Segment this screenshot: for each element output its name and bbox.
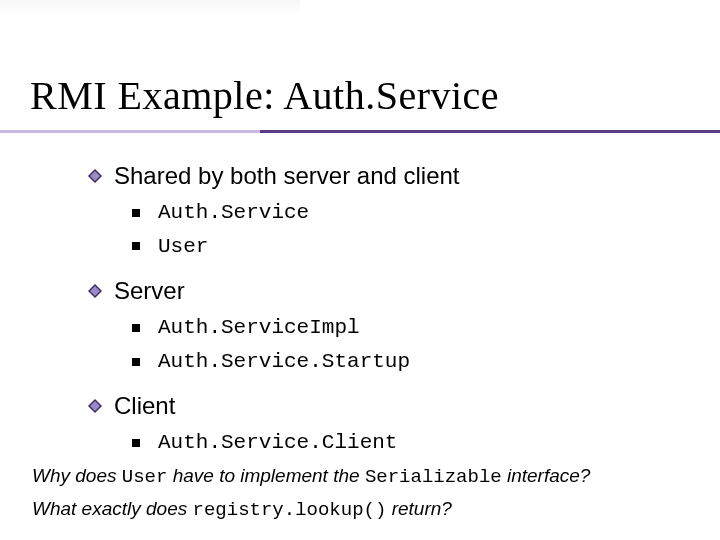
q1-code-serializable: Serializable — [365, 466, 502, 488]
q2-pre: What exactly does — [32, 498, 193, 519]
square-icon — [132, 358, 140, 366]
q2-post: return? — [386, 498, 451, 519]
decorative-strip — [0, 0, 300, 14]
question-2: What exactly does registry.lookup() retu… — [32, 493, 692, 526]
underline-light — [0, 130, 260, 133]
bullet-shared: Shared by both server and client — [88, 162, 688, 190]
diamond-icon — [88, 169, 102, 183]
q1-pre: Why does — [32, 465, 122, 486]
list-item: Auth.Service — [132, 196, 688, 230]
diamond-icon — [88, 399, 102, 413]
slide: RMI Example: Auth.Service Shared by both… — [0, 0, 720, 540]
title-underline — [0, 130, 720, 133]
q1-post: interface? — [502, 465, 591, 486]
diamond-icon — [88, 284, 102, 298]
content-area: Shared by both server and client Auth.Se… — [88, 162, 688, 460]
square-icon — [132, 209, 140, 217]
client-sublist: Auth.Service.Client — [132, 426, 688, 460]
question-1: Why does User have to implement the Seri… — [32, 460, 692, 493]
shared-item-1: User — [158, 230, 208, 264]
list-item: Auth.Service.Client — [132, 426, 688, 460]
underline-dark — [260, 130, 720, 133]
q1-code-user: User — [122, 466, 168, 488]
bullet-shared-label: Shared by both server and client — [114, 162, 460, 190]
list-item: Auth.Service.Startup — [132, 345, 688, 379]
server-item-1: Auth.Service.Startup — [158, 345, 410, 379]
bullet-server-label: Server — [114, 277, 185, 305]
q1-mid: have to implement the — [167, 465, 365, 486]
bullet-client-label: Client — [114, 392, 175, 420]
questions-block: Why does User have to implement the Seri… — [32, 460, 692, 527]
list-item: User — [132, 230, 688, 264]
shared-sublist: Auth.Service User — [132, 196, 688, 263]
square-icon — [132, 439, 140, 447]
bullet-client: Client — [88, 392, 688, 420]
shared-item-0: Auth.Service — [158, 196, 309, 230]
server-sublist: Auth.ServiceImpl Auth.Service.Startup — [132, 311, 688, 378]
slide-title: RMI Example: Auth.Service — [30, 72, 499, 119]
server-item-0: Auth.ServiceImpl — [158, 311, 360, 345]
q2-code-lookup: registry.lookup() — [193, 499, 387, 521]
list-item: Auth.ServiceImpl — [132, 311, 688, 345]
client-item-0: Auth.Service.Client — [158, 426, 397, 460]
bullet-server: Server — [88, 277, 688, 305]
square-icon — [132, 242, 140, 250]
square-icon — [132, 324, 140, 332]
